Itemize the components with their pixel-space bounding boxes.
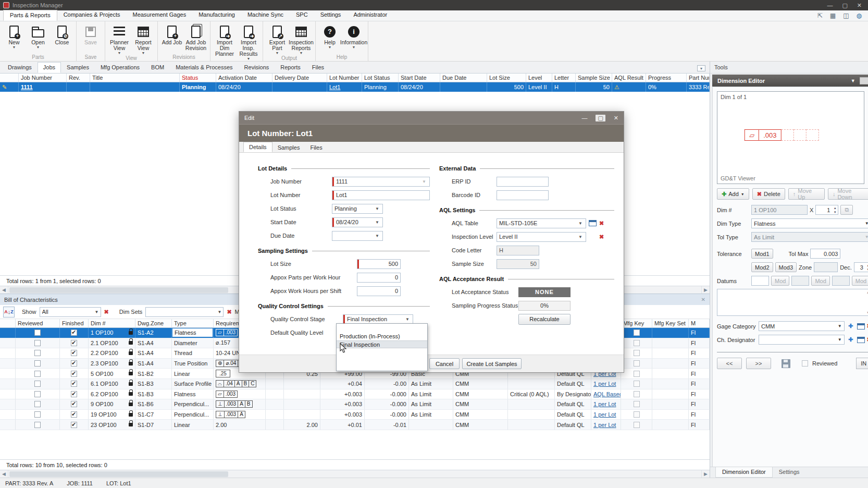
dialog-tab-details[interactable]: Details	[243, 142, 272, 152]
jobs-col-lot-number[interactable]: Lot Number	[327, 74, 362, 82]
boc-table-row[interactable]: 6.2 OP100S1-B3Flatness▱.003+0.003-0.000A…	[0, 389, 710, 400]
jobs-col-job-number[interactable]: Job Number	[19, 74, 67, 82]
due-date-combo[interactable]: ▼	[332, 231, 383, 241]
datum-3-field[interactable]	[832, 276, 850, 286]
windows-icon[interactable]: ◫	[843, 12, 849, 19]
boc-col-m[interactable]: M	[689, 319, 710, 327]
maximize-icon[interactable]: ▢	[842, 2, 847, 9]
boc-col-mfg-key[interactable]: Mfg Key	[621, 319, 652, 327]
reviewed-checkbox[interactable]	[34, 411, 41, 418]
boc-col-type[interactable]: Type	[172, 319, 214, 327]
jobs-col-lot-status[interactable]: Lot Status	[362, 74, 399, 82]
mod3-button[interactable]: Mod3	[775, 262, 797, 272]
finished-checkbox[interactable]	[71, 360, 77, 367]
finished-checkbox[interactable]	[71, 422, 77, 428]
doc-tab-revisions[interactable]: Revisions	[239, 62, 275, 73]
ribbon-tab-companies-projects[interactable]: Companies & Projects	[57, 10, 127, 21]
ribbon-tab-spc[interactable]: SPC	[290, 10, 314, 21]
dropdown-option-production-in-process-[interactable]: Production (In-Process)	[337, 333, 427, 340]
aql-table-combo[interactable]: MIL-STD-105E▼	[497, 218, 586, 228]
jobs-col-lot-size[interactable]: Lot Size	[487, 74, 526, 82]
aql-table-lookup-icon[interactable]	[589, 220, 597, 226]
doc-tab-drawings[interactable]: Drawings	[2, 62, 38, 73]
copy-icon[interactable]: ⧉	[840, 205, 853, 215]
ch-designator-combo[interactable]: ▼	[759, 335, 845, 345]
mfg-key-checkbox[interactable]	[634, 401, 640, 407]
jobs-col-activation-date[interactable]: Activation Date	[216, 74, 272, 82]
jobs-col-status[interactable]: Status	[180, 74, 216, 82]
recalculate-button[interactable]: Recalculate	[518, 314, 571, 325]
mfg-key-checkbox[interactable]	[634, 360, 640, 367]
doc-tab-mfg-operations[interactable]: Mfg Operations	[95, 62, 145, 73]
editor-menu-button[interactable]	[860, 77, 868, 84]
add-button[interactable]: ✚Add▼	[717, 188, 749, 200]
lot-status-combo[interactable]: Planning▼	[332, 204, 383, 214]
ribbon-tab-machine-sync[interactable]: Machine Sync	[241, 10, 290, 21]
mod2-button[interactable]: Mod2	[751, 262, 773, 272]
jobs-col-level[interactable]: Level	[526, 74, 552, 82]
boc-col-mfg-key-set[interactable]: Mfg Key Set	[652, 319, 689, 327]
hours-per-shift-field[interactable]: 0	[357, 286, 401, 296]
add-job-revision-button[interactable]: Add Job Revision	[184, 22, 208, 54]
boc-table-row[interactable]: 9 OP100S1-B6Perpendicul...⊥.003AB+0.003-…	[0, 399, 710, 410]
move-up-button[interactable]: ↑Move Up	[788, 188, 825, 200]
jobs-col-sample-size[interactable]: Sample Size	[576, 74, 612, 82]
finished-checkbox[interactable]	[71, 371, 77, 377]
reviewed-checkbox[interactable]	[34, 381, 41, 387]
ribbon-tab-manufacturing[interactable]: Manufacturing	[192, 10, 241, 21]
doc-tab-samples[interactable]: Samples	[61, 62, 95, 73]
mfg-key-checkbox[interactable]	[634, 391, 640, 397]
mfg-key-checkbox[interactable]	[634, 340, 640, 346]
previous-dim-button[interactable]: <<	[717, 358, 742, 369]
mfg-key-checkbox[interactable]	[634, 330, 640, 336]
new-button[interactable]: +New▼	[2, 22, 26, 54]
move-down-button[interactable]: ↓Move Down	[828, 188, 868, 200]
finished-checkbox[interactable]	[71, 330, 77, 336]
gage-lookup-icon[interactable]	[857, 323, 865, 330]
minimize-icon[interactable]: —	[827, 2, 833, 9]
clear-dim-sets-icon[interactable]: ✖	[227, 309, 231, 315]
qc-stage-combo[interactable]: Final Inspection▼	[343, 314, 413, 324]
ribbon-tab-administrator[interactable]: Administrator	[347, 10, 393, 21]
doc-tab-bom[interactable]: BOM	[145, 62, 170, 73]
boc-col-col0[interactable]	[0, 319, 16, 327]
job-number-link[interactable]: 1111	[21, 84, 33, 90]
jobs-col-letter[interactable]: Letter	[552, 74, 576, 82]
boc-col-dim-[interactable]: Dim #	[89, 319, 135, 327]
gage-category-combo[interactable]: CMM▼	[759, 321, 845, 331]
open-button[interactable]: Open▼	[26, 22, 50, 54]
quality-level-link[interactable]: 1 per Lot	[593, 401, 616, 407]
clear-aql-table-icon[interactable]: ✖	[599, 220, 604, 227]
jobs-col-progress[interactable]: Progress	[646, 74, 687, 82]
clear-show-filter-icon[interactable]: ✖	[104, 309, 109, 315]
sort-button[interactable]: A↓Z	[3, 307, 15, 318]
tol-max-field[interactable]: 0.003	[810, 249, 840, 259]
boc-col-finished[interactable]: Finished	[60, 319, 89, 327]
finished-checkbox[interactable]	[71, 411, 77, 418]
doc-tab-reports[interactable]: Reports	[275, 62, 306, 73]
boc-col-dwg-zone[interactable]: Dwg.Zone	[135, 319, 172, 327]
scroll-thumb[interactable]	[9, 287, 228, 293]
sample-size-field[interactable]: 50	[497, 259, 539, 269]
jobs-col-part-numb[interactable]: Part Numb	[687, 74, 710, 82]
save-icon[interactable]	[782, 359, 790, 368]
ribbon-tab-measurement-gages[interactable]: Measurement Gages	[126, 10, 192, 21]
chevron-down-icon[interactable]: ▼	[851, 78, 855, 83]
jobs-col-title[interactable]: Title	[90, 74, 180, 82]
datum-1-mod-button[interactable]: Mod	[771, 276, 789, 286]
import-dim-planner-button[interactable]: ➜Import Dim Planner	[213, 22, 237, 60]
collapse-ribbon-icon[interactable]: ⇱	[817, 12, 823, 19]
clear-inspection-level-icon[interactable]: ✖	[599, 234, 604, 240]
finished-checkbox[interactable]	[71, 350, 77, 356]
finished-checkbox[interactable]	[71, 340, 77, 346]
reviewed-checkbox[interactable]	[34, 401, 41, 407]
doc-tab-files[interactable]: Files	[306, 62, 330, 73]
jobs-col-aql-result[interactable]: AQL Result	[612, 74, 646, 82]
dropdown-option-blank[interactable]	[337, 325, 427, 333]
designator-lookup-icon[interactable]	[857, 337, 865, 343]
export-part-button[interactable]: ↗Export Part▼	[265, 22, 289, 55]
dim-type-combo[interactable]: Flatness▼	[751, 218, 868, 228]
parts-per-hour-field[interactable]: 0	[357, 273, 401, 283]
dimension-editor-header[interactable]: Dimension Editor ▼	[712, 75, 868, 87]
reviewed-checkbox[interactable]	[34, 422, 41, 428]
